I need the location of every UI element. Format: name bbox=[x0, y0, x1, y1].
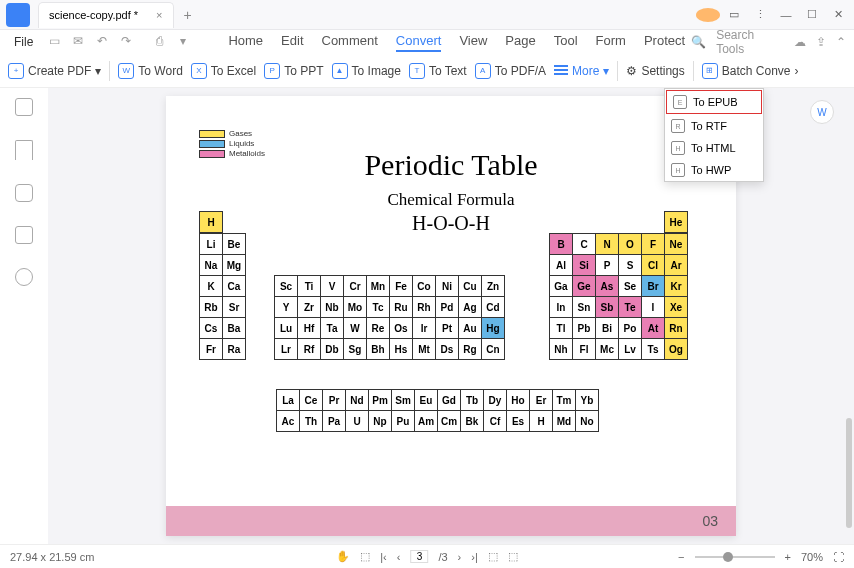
tab-page[interactable]: Page bbox=[505, 33, 535, 52]
main-tab-strip: Home Edit Comment Convert View Page Tool… bbox=[228, 33, 685, 52]
gear-icon: ⚙ bbox=[626, 64, 637, 78]
hamburger-icon bbox=[554, 65, 568, 77]
to-epub-item[interactable]: ETo EPUB bbox=[666, 90, 762, 114]
to-html-item[interactable]: HTo HTML bbox=[665, 137, 763, 159]
epub-icon: E bbox=[673, 95, 687, 109]
close-tab-icon[interactable]: × bbox=[156, 9, 162, 21]
sidebar bbox=[0, 88, 48, 544]
redo-icon[interactable]: ↷ bbox=[117, 34, 135, 50]
fullscreen-icon[interactable]: ⛶ bbox=[833, 551, 844, 563]
to-text-button[interactable]: TTo Text bbox=[409, 63, 467, 79]
rtf-icon: R bbox=[671, 119, 685, 133]
to-ppt-button[interactable]: PTo PPT bbox=[264, 63, 323, 79]
fit-page-icon[interactable]: ⬚ bbox=[508, 550, 518, 563]
document-tab[interactable]: science-copy.pdf * × bbox=[38, 2, 174, 28]
to-image-button[interactable]: ▲To Image bbox=[332, 63, 401, 79]
word-badge-icon[interactable]: W bbox=[810, 100, 834, 124]
comments-icon[interactable] bbox=[15, 184, 33, 202]
to-excel-button[interactable]: XTo Excel bbox=[191, 63, 256, 79]
settings-button[interactable]: ⚙Settings bbox=[626, 64, 684, 78]
page-dimensions: 27.94 x 21.59 cm bbox=[10, 551, 94, 563]
bookmark-icon[interactable] bbox=[15, 140, 33, 160]
hand-tool-icon[interactable]: ✋ bbox=[336, 550, 350, 563]
undo-icon[interactable]: ↶ bbox=[93, 34, 111, 50]
print-icon[interactable]: ⎙ bbox=[151, 34, 169, 50]
tab-protect[interactable]: Protect bbox=[644, 33, 685, 52]
excel-icon: X bbox=[191, 63, 207, 79]
tab-home[interactable]: Home bbox=[228, 33, 263, 52]
close-window-icon[interactable]: ✕ bbox=[826, 8, 850, 21]
pdfa-icon: A bbox=[475, 63, 491, 79]
page-number-footer: 03 bbox=[166, 506, 736, 536]
tab-view[interactable]: View bbox=[459, 33, 487, 52]
search-icon[interactable]: 🔍 bbox=[691, 35, 706, 49]
save-icon[interactable]: ▭ bbox=[45, 34, 63, 50]
to-pdfa-button[interactable]: ATo PDF/A bbox=[475, 63, 546, 79]
fit-width-icon[interactable]: ⬚ bbox=[488, 550, 498, 563]
cloud-icon[interactable]: ☁ bbox=[794, 35, 806, 49]
notification-icon[interactable] bbox=[696, 8, 720, 22]
batch-convert-button[interactable]: ⊞Batch Conve › bbox=[702, 63, 799, 79]
select-tool-icon[interactable]: ⬚ bbox=[360, 550, 370, 563]
page-total: /3 bbox=[438, 551, 447, 563]
last-page-icon[interactable]: ›| bbox=[471, 551, 478, 563]
tab-comment[interactable]: Comment bbox=[322, 33, 378, 52]
minimize-icon[interactable]: — bbox=[774, 9, 798, 21]
zoom-slider[interactable] bbox=[695, 556, 775, 558]
to-rtf-item[interactable]: RTo RTF bbox=[665, 115, 763, 137]
panel-icon[interactable]: ▭ bbox=[722, 8, 746, 21]
page-input[interactable] bbox=[410, 550, 428, 563]
print-dropdown-icon[interactable]: ▾ bbox=[175, 34, 193, 50]
mail-icon[interactable]: ✉ bbox=[69, 34, 87, 50]
tab-edit[interactable]: Edit bbox=[281, 33, 303, 52]
more-dropdown: ETo EPUB RTo RTF HTo HTML HTo HWP bbox=[664, 88, 764, 182]
thumbnails-icon[interactable] bbox=[15, 98, 33, 116]
to-hwp-item[interactable]: HTo HWP bbox=[665, 159, 763, 181]
html-icon: H bbox=[671, 141, 685, 155]
batch-icon: ⊞ bbox=[702, 63, 718, 79]
create-pdf-button[interactable]: +Create PDF ▾ bbox=[8, 63, 101, 79]
maximize-icon[interactable]: ☐ bbox=[800, 8, 824, 21]
new-tab-button[interactable]: + bbox=[184, 7, 192, 23]
vertical-scrollbar[interactable] bbox=[846, 418, 852, 528]
document-viewport[interactable]: Gases Liquids Metalloids Periodic Table … bbox=[48, 88, 854, 544]
tab-tool[interactable]: Tool bbox=[554, 33, 578, 52]
to-word-button[interactable]: WTo Word bbox=[118, 63, 182, 79]
tab-convert[interactable]: Convert bbox=[396, 33, 442, 52]
prev-page-icon[interactable]: ‹ bbox=[397, 551, 401, 563]
sidebar-search-icon[interactable] bbox=[15, 268, 33, 286]
zoom-out-icon[interactable]: − bbox=[678, 551, 684, 563]
tab-form[interactable]: Form bbox=[596, 33, 626, 52]
kebab-icon[interactable]: ⋮ bbox=[748, 8, 772, 21]
more-button[interactable]: More ▾ bbox=[554, 64, 609, 78]
zoom-value[interactable]: 70% bbox=[801, 551, 823, 563]
app-logo bbox=[6, 3, 30, 27]
attachments-icon[interactable] bbox=[15, 226, 33, 244]
formula: H-O-O-H bbox=[166, 212, 736, 235]
image-icon: ▲ bbox=[332, 63, 348, 79]
share-icon[interactable]: ⇪ bbox=[816, 35, 826, 49]
hwp-icon: H bbox=[671, 163, 685, 177]
collapse-ribbon-icon[interactable]: ⌃ bbox=[836, 35, 846, 49]
pdf-page: Gases Liquids Metalloids Periodic Table … bbox=[166, 96, 736, 536]
first-page-icon[interactable]: |‹ bbox=[380, 551, 387, 563]
legend: Gases Liquids Metalloids bbox=[199, 129, 265, 159]
page-subtitle: Chemical Formula bbox=[166, 190, 736, 210]
search-placeholder[interactable]: Search Tools bbox=[716, 28, 784, 56]
text-icon: T bbox=[409, 63, 425, 79]
next-page-icon[interactable]: › bbox=[458, 551, 462, 563]
ppt-icon: P bbox=[264, 63, 280, 79]
zoom-in-icon[interactable]: + bbox=[785, 551, 791, 563]
file-menu[interactable]: File bbox=[8, 33, 39, 51]
word-icon: W bbox=[118, 63, 134, 79]
plus-icon: + bbox=[8, 63, 24, 79]
tab-title: science-copy.pdf * bbox=[49, 9, 138, 21]
